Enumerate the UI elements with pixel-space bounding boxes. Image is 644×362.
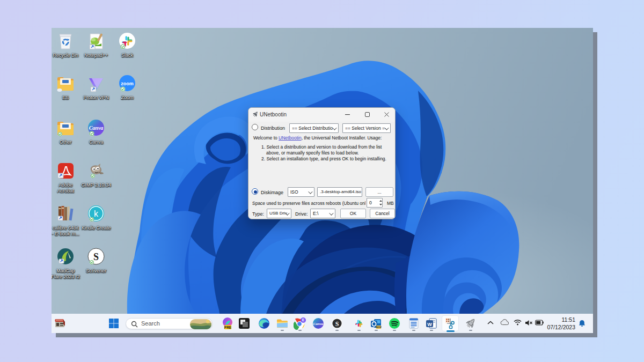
svg-text:S: S <box>335 320 339 328</box>
svg-text:Canva: Canva <box>313 322 324 326</box>
svg-text:PRE: PRE <box>224 326 232 329</box>
svg-text:S: S <box>93 252 99 262</box>
svg-text:Canva: Canva <box>89 125 104 131</box>
svg-text:W: W <box>427 322 432 327</box>
svg-text:zoom: zoom <box>121 81 134 86</box>
svg-text:NEW: NEW <box>376 326 382 329</box>
svg-text:k: k <box>94 209 99 218</box>
svg-text:E: E <box>302 318 305 322</box>
